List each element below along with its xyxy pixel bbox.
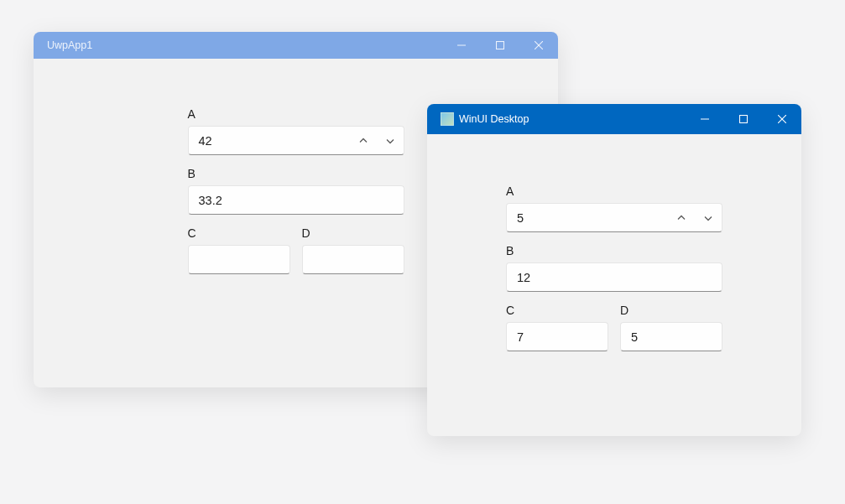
maximize-icon [739, 115, 748, 123]
text-box-b-value: 12 [517, 271, 722, 284]
window-title: WinUI Desktop [459, 113, 686, 125]
text-box-b[interactable]: 12 [506, 262, 722, 292]
chevron-down-icon [385, 136, 395, 146]
field-c-label: C [188, 226, 290, 240]
close-icon [778, 115, 786, 123]
svg-rect-1 [497, 42, 504, 49]
maximize-button[interactable] [481, 32, 519, 59]
window-title: UwpApp1 [47, 39, 442, 51]
text-box-d[interactable]: 5 [620, 322, 722, 351]
minimize-button[interactable] [686, 104, 724, 134]
close-button[interactable] [763, 104, 801, 134]
text-box-c[interactable] [188, 245, 290, 274]
text-box-c-value: 7 [517, 330, 608, 344]
minimize-button[interactable] [442, 32, 481, 59]
titlebar[interactable]: UwpApp1 [34, 32, 558, 59]
minimize-icon [457, 41, 466, 49]
field-c-label: C [506, 304, 608, 317]
spin-up-button[interactable] [668, 204, 695, 231]
app-icon [441, 112, 454, 126]
spin-down-button[interactable] [695, 204, 722, 231]
svg-rect-5 [740, 116, 748, 123]
text-box-b[interactable]: 33.2 [188, 185, 404, 215]
field-b-label: B [506, 244, 722, 257]
window-controls [686, 104, 801, 134]
maximize-icon [496, 41, 504, 49]
number-box-a-value: 42 [199, 134, 350, 148]
titlebar[interactable]: WinUI Desktop [427, 104, 801, 134]
maximize-button[interactable] [724, 104, 763, 134]
chevron-up-icon [358, 136, 368, 146]
window-controls [442, 32, 558, 59]
spin-up-button[interactable] [350, 127, 377, 154]
window-content: A 5 B 12 C [427, 134, 801, 351]
minimize-icon [701, 115, 709, 123]
chevron-up-icon [676, 213, 686, 223]
number-box-a[interactable]: 5 [506, 203, 722, 232]
chevron-down-icon [703, 213, 713, 223]
text-box-d-value: 5 [631, 330, 722, 344]
field-d-label: D [302, 226, 404, 240]
field-a-label: A [506, 184, 722, 198]
close-icon [535, 41, 543, 49]
number-box-a[interactable]: 42 [188, 126, 404, 155]
close-button[interactable] [519, 32, 558, 59]
number-box-a-value: 5 [517, 211, 668, 225]
text-box-c[interactable]: 7 [506, 322, 608, 351]
spin-down-button[interactable] [377, 127, 404, 154]
field-a-label: A [188, 107, 404, 121]
winui-window: WinUI Desktop A 5 [427, 104, 801, 436]
text-box-d[interactable] [302, 245, 404, 274]
field-b-label: B [188, 167, 404, 180]
text-box-b-value: 33.2 [199, 194, 404, 207]
field-d-label: D [620, 304, 722, 317]
